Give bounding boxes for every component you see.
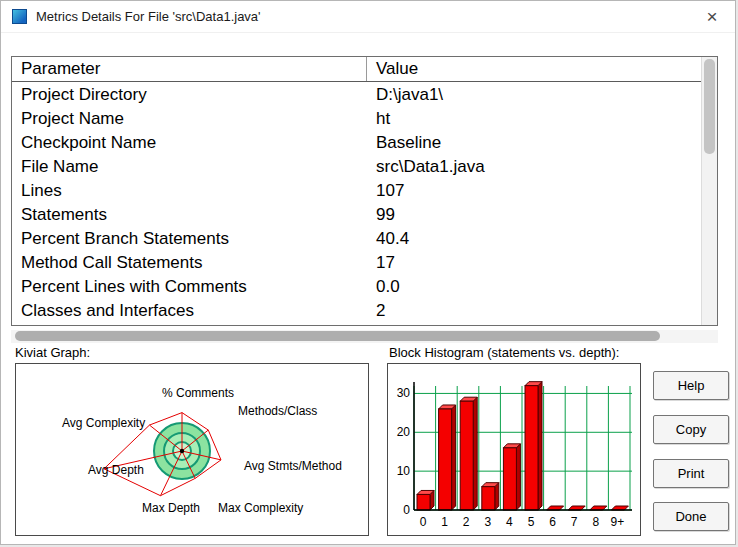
kiviat-axis-label: % Comments xyxy=(162,386,234,400)
value-cell: src\Data1.java xyxy=(367,155,700,179)
histogram-svg: 01020300123456789+ xyxy=(388,364,640,535)
svg-text:4: 4 xyxy=(506,515,513,529)
title-bar: Metrics Details For File 'src\Data1.java… xyxy=(1,1,735,33)
svg-text:3: 3 xyxy=(484,515,491,529)
kiviat-axis-label: Methods/Class xyxy=(238,404,317,418)
close-icon[interactable]: × xyxy=(693,1,731,33)
table-row[interactable]: Lines107 xyxy=(12,179,700,203)
parameter-cell: Method Call Statements xyxy=(12,251,367,275)
value-cell: 0.0 xyxy=(367,275,700,299)
histogram-label: Block Histogram (statements vs. depth): xyxy=(389,345,619,360)
value-cell: 99 xyxy=(367,203,700,227)
value-cell: ht xyxy=(367,107,700,131)
print-button[interactable]: Print xyxy=(653,459,729,488)
parameter-cell: Percent Lines with Comments xyxy=(12,275,367,299)
kiviat-axis-label: Avg Stmts/Method xyxy=(244,459,342,473)
metrics-table: Parameter Value Project DirectoryD:\java… xyxy=(11,56,718,326)
table-row[interactable]: Checkpoint NameBaseline xyxy=(12,131,700,155)
help-button[interactable]: Help xyxy=(653,371,729,400)
table-body: Project DirectoryD:\java1\Project Nameht… xyxy=(12,83,700,325)
horizontal-scrollbar-thumb[interactable] xyxy=(15,331,660,341)
value-cell: 40.4 xyxy=(367,227,700,251)
vertical-scrollbar[interactable] xyxy=(701,57,717,325)
parameter-cell: Percent Branch Statements xyxy=(12,227,367,251)
svg-text:1: 1 xyxy=(441,515,448,529)
column-header-parameter[interactable]: Parameter xyxy=(12,57,367,81)
parameter-cell: Checkpoint Name xyxy=(12,131,367,155)
parameter-cell: File Name xyxy=(12,155,367,179)
kiviat-axis-label: Max Depth xyxy=(142,501,200,515)
metrics-dialog: Metrics Details For File 'src\Data1.java… xyxy=(0,0,736,545)
parameter-cell: Classes and Interfaces xyxy=(12,299,367,323)
block-histogram: 01020300123456789+ xyxy=(387,363,641,536)
parameter-cell: Project Directory xyxy=(12,83,367,107)
table-row[interactable]: Percent Branch Statements40.4 xyxy=(12,227,700,251)
value-cell: D:\java1\ xyxy=(367,83,700,107)
parameter-cell: Statements xyxy=(12,203,367,227)
svg-text:30: 30 xyxy=(397,386,411,400)
kiviat-axis-label: Max Complexity xyxy=(218,501,303,515)
svg-text:0: 0 xyxy=(403,503,410,517)
kiviat-graph: % Comments Methods/Class Avg Stmts/Metho… xyxy=(15,363,369,536)
horizontal-scrollbar[interactable] xyxy=(11,330,718,343)
kiviat-graph-label: Kiviat Graph: xyxy=(15,345,90,360)
svg-text:9+: 9+ xyxy=(611,515,625,529)
vertical-scrollbar-thumb[interactable] xyxy=(704,59,715,154)
kiviat-axis-label: Avg Depth xyxy=(88,463,144,477)
svg-text:7: 7 xyxy=(571,515,578,529)
value-cell: 17 xyxy=(367,251,700,275)
svg-text:8: 8 xyxy=(592,515,599,529)
svg-text:2: 2 xyxy=(463,515,470,529)
value-cell: 2 xyxy=(367,299,700,323)
kiviat-axis-label: Avg Complexity xyxy=(62,416,145,430)
window-title: Metrics Details For File 'src\Data1.java… xyxy=(36,9,261,24)
table-row[interactable]: File Namesrc\Data1.java xyxy=(12,155,700,179)
svg-text:20: 20 xyxy=(397,425,411,439)
done-button[interactable]: Done xyxy=(653,502,729,531)
table-row[interactable]: Statements99 xyxy=(12,203,700,227)
app-icon xyxy=(12,9,27,24)
column-header-value[interactable]: Value xyxy=(367,57,717,81)
parameter-cell: Project Name xyxy=(12,107,367,131)
table-row[interactable]: Percent Lines with Comments0.0 xyxy=(12,275,700,299)
svg-text:6: 6 xyxy=(549,515,556,529)
table-row[interactable]: Project Nameht xyxy=(12,107,700,131)
table-row[interactable]: Project DirectoryD:\java1\ xyxy=(12,83,700,107)
copy-button[interactable]: Copy xyxy=(653,415,729,444)
table-row[interactable]: Classes and Interfaces2 xyxy=(12,299,700,323)
table-header: Parameter Value xyxy=(12,57,717,82)
svg-text:10: 10 xyxy=(397,464,411,478)
svg-text:5: 5 xyxy=(528,515,535,529)
value-cell: Baseline xyxy=(367,131,700,155)
table-row[interactable]: Method Call Statements17 xyxy=(12,251,700,275)
value-cell: 107 xyxy=(367,179,700,203)
svg-text:0: 0 xyxy=(420,515,427,529)
parameter-cell: Lines xyxy=(12,179,367,203)
